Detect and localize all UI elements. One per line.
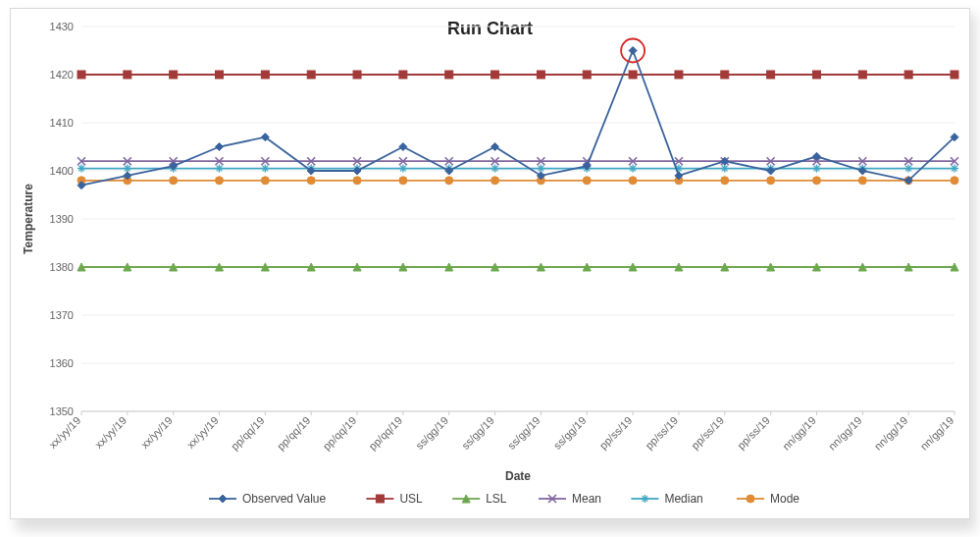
svg-rect-1 [124, 71, 131, 79]
svg-rect-0 [77, 71, 85, 79]
y-tick-label: 1420 [50, 69, 74, 81]
svg-rect-15 [767, 71, 775, 79]
x-tick-label: pp/qq/19 [321, 414, 359, 453]
svg-rect-18 [904, 71, 912, 79]
legend-label: Median [664, 492, 702, 506]
svg-point-144 [261, 177, 269, 185]
svg-rect-4 [261, 71, 269, 79]
svg-rect-5 [307, 71, 315, 79]
y-tick-label: 1410 [50, 117, 74, 129]
svg-point-147 [399, 177, 407, 185]
svg-rect-9 [491, 71, 499, 79]
y-tick-label: 1350 [50, 405, 74, 417]
svg-rect-7 [399, 71, 407, 79]
svg-rect-160 [376, 495, 384, 503]
x-tick-label: pp/ss/19 [643, 414, 680, 452]
x-tick-label: nn/gg/19 [918, 414, 956, 453]
svg-point-151 [583, 177, 591, 185]
svg-rect-16 [812, 71, 820, 79]
svg-rect-17 [858, 71, 866, 79]
svg-point-156 [812, 177, 820, 185]
x-tick-label: pp/qq/19 [275, 414, 313, 453]
y-tick-label: 1390 [50, 213, 74, 225]
x-axis-label: Date [505, 469, 531, 483]
y-tick-label: 1360 [50, 357, 74, 369]
svg-point-159 [951, 177, 958, 185]
x-tick-label: nn/gg/19 [826, 414, 864, 453]
svg-point-155 [767, 177, 775, 185]
x-tick-label: pp/qq/19 [229, 414, 267, 453]
y-tick-label: 1380 [50, 261, 74, 273]
x-tick-label: pp/qq/19 [367, 414, 405, 453]
svg-rect-19 [951, 71, 958, 79]
svg-point-154 [721, 177, 729, 185]
x-tick-label: nn/gg/19 [872, 414, 910, 453]
legend-item-lsl [452, 495, 480, 503]
svg-rect-11 [583, 71, 591, 79]
x-tick-label: xx/yy/19 [138, 414, 175, 451]
svg-rect-3 [216, 71, 224, 79]
legend-label: LSL [486, 492, 507, 506]
svg-point-145 [307, 177, 315, 185]
svg-point-148 [445, 177, 453, 185]
svg-rect-2 [170, 71, 178, 79]
x-tick-label: ss/gg/19 [413, 414, 450, 452]
svg-point-149 [491, 177, 499, 185]
svg-point-152 [629, 177, 637, 185]
y-tick-label: 1430 [50, 21, 74, 32]
legend-item-mode [737, 495, 764, 503]
legend-label: Mean [572, 492, 601, 506]
x-tick-label: pp/ss/19 [597, 414, 635, 452]
legend-item-median [631, 495, 658, 503]
chart-title: Run Chart [447, 19, 533, 38]
legend-label: Observed Value [242, 492, 326, 506]
run-chart: Run Chart1350136013701380139014001410142… [11, 9, 969, 518]
x-tick-label: xx/yy/19 [46, 414, 82, 451]
y-tick-label: 1400 [50, 165, 74, 177]
svg-rect-10 [537, 71, 544, 79]
legend-label: Mode [770, 492, 799, 506]
svg-rect-6 [353, 71, 361, 79]
x-tick-label: ss/gg/19 [551, 414, 589, 452]
series-mode [77, 177, 958, 185]
series-line [81, 51, 954, 186]
x-tick-label: pp/ss/19 [689, 414, 726, 452]
svg-point-142 [170, 177, 178, 185]
svg-rect-8 [445, 71, 453, 79]
svg-rect-12 [629, 71, 637, 79]
series-lsl [77, 263, 958, 271]
series-usl [77, 71, 958, 79]
legend-item-mean [539, 495, 566, 503]
svg-rect-14 [721, 71, 729, 79]
legend-label: USL [399, 492, 423, 506]
legend-item-usl [366, 495, 393, 503]
x-tick-label: ss/gg/19 [505, 414, 542, 452]
x-tick-label: ss/gg/19 [459, 414, 496, 452]
y-axis-label: Temperature [22, 184, 35, 254]
x-tick-label: xx/yy/19 [184, 414, 221, 451]
x-tick-label: nn/gg/19 [780, 414, 818, 453]
svg-point-157 [858, 177, 866, 185]
legend-item-observed-value [209, 495, 236, 503]
x-tick-label: xx/yy/19 [92, 414, 129, 451]
svg-point-146 [353, 177, 361, 185]
svg-point-143 [216, 177, 224, 185]
svg-point-167 [747, 495, 754, 503]
svg-rect-13 [675, 71, 683, 79]
x-tick-label: pp/ss/19 [735, 414, 772, 452]
y-tick-label: 1370 [50, 309, 74, 321]
